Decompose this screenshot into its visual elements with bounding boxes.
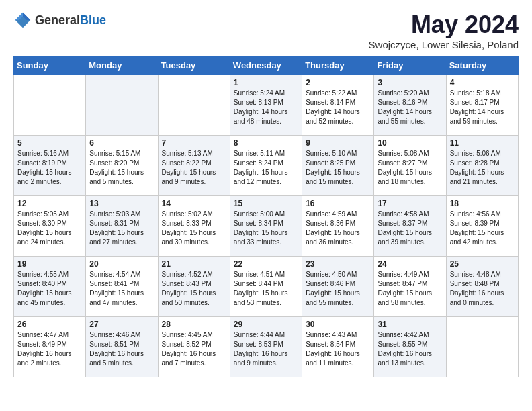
- daylight-hours: Daylight: 16 hours: [450, 289, 504, 297]
- day-number: 13: [89, 199, 154, 208]
- day-cell-27: 27Sunrise: 4:46 AMSunset: 8:51 PMDayligh…: [86, 317, 158, 377]
- day-number: 26: [17, 320, 82, 329]
- daylight-hours: Daylight: 15 hours: [234, 229, 288, 236]
- week-row-2: 5Sunrise: 5:16 AMSunset: 8:19 PMDaylight…: [14, 136, 519, 196]
- day-info: Sunrise: 5:02 AMSunset: 8:33 PMDaylight:…: [162, 210, 226, 247]
- col-header-friday: Friday: [374, 56, 446, 75]
- daylight-hours: Daylight: 15 hours: [378, 289, 432, 297]
- day-info: Sunrise: 4:45 AMSunset: 8:52 PMDaylight:…: [162, 330, 226, 368]
- daylight-hours: Daylight: 15 hours: [306, 289, 360, 297]
- daylight-hours: Daylight: 15 hours: [378, 229, 432, 236]
- title-block: May 2024 Swojczyce, Lower Silesia, Polan…: [369, 11, 519, 50]
- day-info: Sunrise: 5:15 AMSunset: 8:20 PMDaylight:…: [89, 149, 154, 187]
- col-header-sunday: Sunday: [14, 56, 86, 75]
- day-number: 7: [162, 138, 226, 148]
- day-number: 14: [162, 199, 226, 208]
- day-cell-5: 5Sunrise: 5:16 AMSunset: 8:19 PMDaylight…: [14, 136, 86, 196]
- daylight-hours: Daylight: 15 hours: [89, 289, 144, 297]
- day-number: 31: [378, 320, 442, 329]
- col-header-saturday: Saturday: [446, 56, 518, 75]
- day-info: Sunrise: 5:22 AMSunset: 8:14 PMDaylight:…: [306, 89, 370, 126]
- day-cell-20: 20Sunrise: 4:54 AMSunset: 8:41 PMDayligh…: [86, 257, 158, 317]
- day-info: Sunrise: 4:58 AMSunset: 8:37 PMDaylight:…: [378, 210, 442, 247]
- daylight-hours: Daylight: 15 hours: [450, 169, 504, 176]
- day-number: 17: [378, 199, 442, 208]
- day-info: Sunrise: 4:56 AMSunset: 8:39 PMDaylight:…: [450, 210, 515, 247]
- day-info: Sunrise: 5:20 AMSunset: 8:16 PMDaylight:…: [378, 89, 442, 126]
- day-cell-31: 31Sunrise: 4:42 AMSunset: 8:55 PMDayligh…: [374, 317, 446, 377]
- day-cell-4: 4Sunrise: 5:18 AMSunset: 8:17 PMDaylight…: [446, 75, 518, 136]
- logo-text: GeneralBlue: [35, 13, 106, 28]
- day-number: 4: [450, 78, 515, 87]
- day-info: Sunrise: 4:50 AMSunset: 8:46 PMDaylight:…: [306, 270, 370, 308]
- empty-cell: [446, 317, 518, 377]
- logo: GeneralBlue: [13, 11, 106, 30]
- day-number: 1: [234, 78, 298, 87]
- day-info: Sunrise: 4:59 AMSunset: 8:36 PMDaylight:…: [306, 210, 370, 247]
- page-header: GeneralBlue May 2024 Swojczyce, Lower Si…: [13, 11, 519, 50]
- day-number: 21: [162, 259, 226, 269]
- day-info: Sunrise: 4:51 AMSunset: 8:44 PMDaylight:…: [234, 270, 298, 308]
- day-cell-11: 11Sunrise: 5:06 AMSunset: 8:28 PMDayligh…: [446, 136, 518, 196]
- day-info: Sunrise: 4:46 AMSunset: 8:51 PMDaylight:…: [89, 330, 154, 368]
- day-number: 15: [234, 199, 298, 208]
- empty-cell: [158, 75, 230, 136]
- day-info: Sunrise: 4:52 AMSunset: 8:43 PMDaylight:…: [162, 270, 226, 308]
- logo-blue: Blue: [80, 13, 106, 27]
- week-row-4: 19Sunrise: 4:55 AMSunset: 8:40 PMDayligh…: [14, 257, 519, 317]
- week-row-3: 12Sunrise: 5:05 AMSunset: 8:30 PMDayligh…: [14, 196, 519, 257]
- daylight-hours: Daylight: 15 hours: [306, 229, 360, 236]
- day-info: Sunrise: 5:10 AMSunset: 8:25 PMDaylight:…: [306, 149, 370, 187]
- day-info: Sunrise: 4:43 AMSunset: 8:54 PMDaylight:…: [306, 330, 370, 368]
- day-cell-29: 29Sunrise: 4:44 AMSunset: 8:53 PMDayligh…: [230, 317, 302, 377]
- day-info: Sunrise: 5:11 AMSunset: 8:24 PMDaylight:…: [234, 149, 298, 187]
- day-cell-16: 16Sunrise: 4:59 AMSunset: 8:36 PMDayligh…: [302, 196, 374, 257]
- day-info: Sunrise: 4:49 AMSunset: 8:47 PMDaylight:…: [378, 270, 442, 308]
- day-cell-17: 17Sunrise: 4:58 AMSunset: 8:37 PMDayligh…: [374, 196, 446, 257]
- day-info: Sunrise: 4:44 AMSunset: 8:53 PMDaylight:…: [234, 330, 298, 368]
- day-info: Sunrise: 5:03 AMSunset: 8:31 PMDaylight:…: [89, 210, 154, 247]
- col-header-wednesday: Wednesday: [230, 56, 302, 75]
- day-number: 6: [89, 138, 154, 148]
- daylight-hours: Daylight: 15 hours: [162, 169, 216, 176]
- day-info: Sunrise: 4:48 AMSunset: 8:48 PMDaylight:…: [450, 270, 515, 308]
- daylight-hours: Daylight: 15 hours: [306, 169, 360, 176]
- col-header-thursday: Thursday: [302, 56, 374, 75]
- day-cell-9: 9Sunrise: 5:10 AMSunset: 8:25 PMDaylight…: [302, 136, 374, 196]
- day-cell-14: 14Sunrise: 5:02 AMSunset: 8:33 PMDayligh…: [158, 196, 230, 257]
- day-cell-13: 13Sunrise: 5:03 AMSunset: 8:31 PMDayligh…: [86, 196, 158, 257]
- daylight-hours: Daylight: 15 hours: [234, 289, 288, 297]
- day-number: 27: [89, 320, 154, 329]
- day-cell-1: 1Sunrise: 5:24 AMSunset: 8:13 PMDaylight…: [230, 75, 302, 136]
- day-info: Sunrise: 4:42 AMSunset: 8:55 PMDaylight:…: [378, 330, 442, 368]
- daylight-hours: Daylight: 15 hours: [89, 229, 144, 236]
- day-info: Sunrise: 5:06 AMSunset: 8:28 PMDaylight:…: [450, 149, 515, 187]
- day-cell-12: 12Sunrise: 5:05 AMSunset: 8:30 PMDayligh…: [14, 196, 86, 257]
- day-info: Sunrise: 4:55 AMSunset: 8:40 PMDaylight:…: [17, 270, 82, 308]
- day-cell-10: 10Sunrise: 5:08 AMSunset: 8:27 PMDayligh…: [374, 136, 446, 196]
- daylight-hours: Daylight: 16 hours: [162, 350, 216, 357]
- day-cell-8: 8Sunrise: 5:11 AMSunset: 8:24 PMDaylight…: [230, 136, 302, 196]
- day-number: 18: [450, 199, 515, 208]
- day-number: 8: [234, 138, 298, 148]
- day-cell-15: 15Sunrise: 5:00 AMSunset: 8:34 PMDayligh…: [230, 196, 302, 257]
- daylight-hours: Daylight: 15 hours: [17, 229, 72, 236]
- daylight-hours: Daylight: 16 hours: [17, 350, 72, 357]
- day-cell-28: 28Sunrise: 4:45 AMSunset: 8:52 PMDayligh…: [158, 317, 230, 377]
- daylight-hours: Daylight: 15 hours: [378, 169, 432, 176]
- day-number: 25: [450, 259, 515, 269]
- day-info: Sunrise: 5:00 AMSunset: 8:34 PMDaylight:…: [234, 210, 298, 247]
- day-info: Sunrise: 5:18 AMSunset: 8:17 PMDaylight:…: [450, 89, 515, 126]
- day-info: Sunrise: 4:47 AMSunset: 8:49 PMDaylight:…: [17, 330, 82, 368]
- daylight-hours: Daylight: 15 hours: [17, 289, 72, 297]
- calendar-header-row: SundayMondayTuesdayWednesdayThursdayFrid…: [14, 56, 519, 75]
- empty-cell: [14, 75, 86, 136]
- daylight-hours: Daylight: 15 hours: [17, 169, 72, 176]
- day-info: Sunrise: 5:13 AMSunset: 8:22 PMDaylight:…: [162, 149, 226, 187]
- day-number: 9: [306, 138, 370, 148]
- daylight-hours: Daylight: 15 hours: [234, 169, 288, 176]
- day-cell-18: 18Sunrise: 4:56 AMSunset: 8:39 PMDayligh…: [446, 196, 518, 257]
- day-number: 11: [450, 138, 515, 148]
- calendar-table: SundayMondayTuesdayWednesdayThursdayFrid…: [13, 56, 519, 377]
- day-number: 20: [89, 259, 154, 269]
